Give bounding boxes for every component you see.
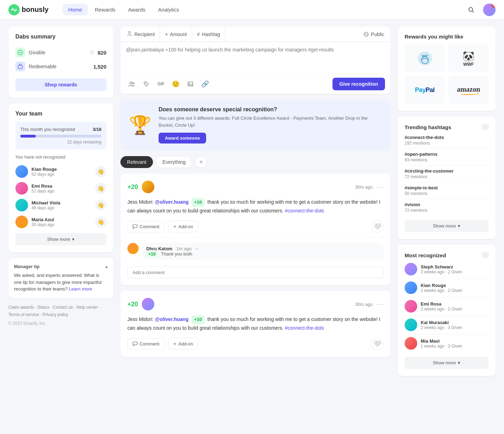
svg-point-6 (128, 31, 131, 34)
people-action-button[interactable] (126, 78, 137, 90)
recipient-label: Recipient (134, 31, 155, 37)
logo[interactable]: bonusly (8, 4, 49, 15)
wave-button-3[interactable]: 👋 (95, 216, 106, 227)
givable-info-icon[interactable]: ⓘ (90, 50, 94, 56)
post-mention-0[interactable]: @oliver.huang (155, 199, 189, 205)
reward-wfp[interactable]: WFP (405, 44, 445, 72)
hashtag-name-2[interactable]: #circling-the-customer (405, 168, 489, 174)
progress-bar-bg (20, 135, 102, 138)
nav-rewards[interactable]: Rewards (89, 4, 121, 15)
addon-button-1[interactable]: + Add-on (168, 338, 198, 350)
user-avatar[interactable]: 4 (483, 4, 496, 16)
link-action-button[interactable]: 🔗 (200, 78, 211, 90)
comment-avatar-0 (127, 243, 139, 254)
footer-privacy[interactable]: Privacy policy (42, 312, 68, 317)
post-body-0: Jess Midori: @oliver.huang +10 thank you… (127, 198, 384, 215)
addon-button-0[interactable]: + Add-on (168, 220, 198, 232)
feed-tabs: Relevant Everything + (120, 156, 391, 168)
team-show-more-label: Show more (47, 237, 70, 242)
manager-tip-card: Manager tip ▴ We asked, and experts answ… (8, 258, 113, 298)
chevron-down-icon: ▾ (458, 360, 460, 365)
compose-toolbar: Recipient + Amount # Hashtag Public (120, 27, 391, 42)
wave-button-2[interactable]: 👋 (95, 200, 106, 211)
post-hashtag-1[interactable]: #connect-the-dots (285, 325, 324, 331)
wave-button-0[interactable]: 👋 (95, 166, 106, 177)
progress-bar-fill (20, 135, 36, 138)
sidebar-left: Dabs summary Givable ⓘ 820 Redeemable 1,… (8, 27, 113, 376)
team-members-list: Kian Rouge 62 days ago 👋 Emi Rosa 51 day… (15, 163, 106, 230)
comment-text-0: +10 Thank you both (146, 251, 379, 257)
search-button[interactable] (465, 4, 477, 16)
recognized-show-more-button[interactable]: Show more ▾ (405, 357, 489, 369)
wave-button-1[interactable]: 👋 (95, 183, 106, 194)
nav-links: Home Rewards Awards Analytics (63, 4, 465, 15)
tab-everything[interactable]: Everything (156, 156, 192, 168)
gif-action-button[interactable]: GIF (155, 78, 167, 90)
add-comment-input-0[interactable] (127, 267, 384, 278)
reward-paypal[interactable]: PayPal (405, 76, 445, 104)
hashtag-item-1: #open-patterns 93 mentions (405, 149, 489, 166)
hashtag-name-3[interactable]: #simple-is-best (405, 185, 489, 190)
reward-amazon[interactable]: amazon (448, 76, 489, 104)
post-options-1[interactable]: ··· (376, 301, 384, 308)
give-recognition-button[interactable]: Give recognition (332, 78, 385, 90)
learn-more-link[interactable]: Learn more (69, 286, 92, 292)
compose-footer: GIF 🙂 🔗 Give recognition (120, 74, 391, 94)
image-action-button[interactable] (185, 78, 196, 90)
recognition-label: This month you recognized (20, 127, 75, 132)
recipient-tool[interactable]: Recipient (122, 27, 160, 42)
member-info-2: Michael Viola 49 days ago (31, 200, 92, 210)
team-member: Emi Rosa 51 days ago 👋 (15, 180, 106, 197)
svg-point-3 (469, 7, 473, 11)
hashtag-name-0[interactable]: #connect-the-dots (405, 135, 489, 140)
comment-options-0[interactable]: ··· (195, 246, 199, 251)
award-someone-button[interactable]: Award someone (159, 133, 206, 144)
post-options-0[interactable]: ··· (376, 183, 384, 191)
trending-info-button[interactable]: ⓘ (482, 124, 489, 131)
footer: Claim awards · Status · Contact us · Hel… (8, 304, 113, 326)
footer-contact[interactable]: Contact us (53, 305, 73, 310)
post-mention-1[interactable]: @oliver.huang (155, 316, 189, 322)
hashtag-tool[interactable]: # Hashtag (192, 27, 225, 41)
tab-relevant[interactable]: Relevant (120, 156, 153, 168)
compose-textarea[interactable] (126, 47, 385, 68)
recognition-box: This month you recognized 3/16 22 days r… (15, 122, 106, 149)
like-button-0[interactable]: 🤍 (371, 220, 384, 233)
hashtag-name-4[interactable]: #vision (405, 202, 489, 207)
member-avatar-0 (15, 165, 28, 178)
trending-show-more-button[interactable]: Show more ▾ (405, 220, 489, 232)
visibility-tool[interactable]: Public (358, 27, 389, 41)
post-avatar-1 (142, 298, 154, 310)
post-hashtag-0[interactable]: #connect-the-dots (285, 208, 324, 214)
shop-rewards-button[interactable]: Shop rewards (15, 78, 106, 91)
comment-button-1[interactable]: Comment (127, 338, 164, 350)
award-title: Does someone deserve special recognition… (159, 106, 382, 113)
footer-status[interactable]: Status (37, 305, 49, 310)
footer-help[interactable]: Help center (76, 305, 98, 310)
nav-analytics[interactable]: Analytics (153, 4, 185, 15)
add-filter-button[interactable]: + (195, 156, 207, 168)
post-card-1: +20 30m ago ··· Jess Midori: @oliver.hua… (120, 291, 391, 357)
comment-button-0[interactable]: Comment (127, 221, 164, 232)
hashtag-item-2: #circling-the-customer 72 mentions (405, 166, 489, 182)
amount-tool[interactable]: + Amount (160, 27, 192, 41)
team-show-more-button[interactable]: Show more ▾ (15, 233, 106, 245)
tag-action-button[interactable] (141, 78, 152, 90)
post-author-1: Jess Midori: (127, 316, 154, 322)
recognized-name-3: Kai Murasaki (421, 320, 489, 325)
most-recognized-info-button[interactable]: ⓘ (482, 252, 489, 259)
like-button-1[interactable]: 🤍 (371, 337, 384, 350)
emoji-action-button[interactable]: 🙂 (170, 78, 181, 90)
post-author-0: Jess Midori: (127, 199, 154, 205)
hashtag-name-1[interactable]: #open-patterns (405, 152, 489, 157)
nav-awards[interactable]: Awards (122, 4, 151, 15)
footer-terms[interactable]: Terms of service (8, 312, 39, 317)
givable-label: Givable (29, 50, 86, 55)
page-layout: Dabs summary Givable ⓘ 820 Redeemable 1,… (0, 20, 504, 383)
trophy-icon: 🏆 (129, 114, 152, 136)
post-time-1: 30m ago (355, 302, 373, 307)
footer-claim-awards[interactable]: Claim awards (8, 305, 34, 310)
tip-collapse-icon[interactable]: ▴ (105, 264, 108, 269)
nav-home[interactable]: Home (63, 4, 88, 15)
reward-wwf[interactable]: 🐼 WWF (448, 44, 489, 72)
